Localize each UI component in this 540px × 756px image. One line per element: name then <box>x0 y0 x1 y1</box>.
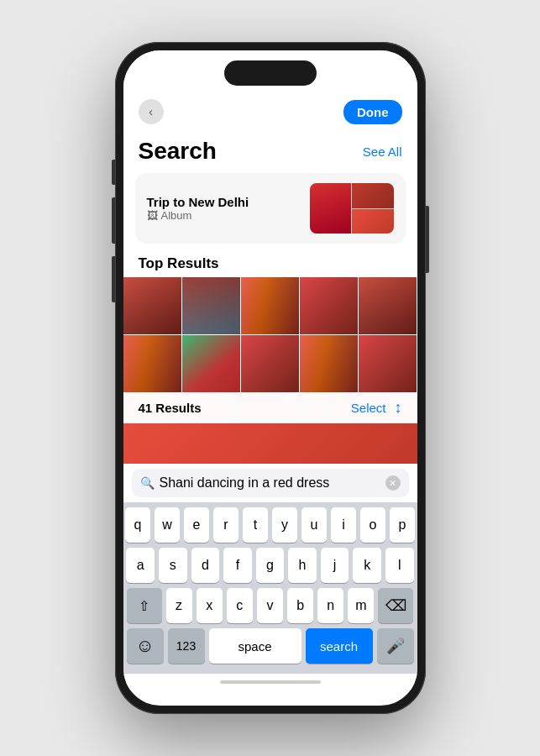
key-r[interactable]: r <box>213 507 239 543</box>
album-type: 🖼 Album <box>147 209 249 222</box>
thumb-2 <box>352 183 394 208</box>
keyboard-bottom-row: ☺ 123 space search 🎤 <box>127 628 414 664</box>
home-indicator <box>123 674 417 690</box>
photo-3[interactable] <box>241 277 299 334</box>
keyboard-row-2: a s d f g h j k l <box>127 548 414 583</box>
key-p[interactable]: p <box>390 507 415 543</box>
key-m[interactable]: m <box>348 588 374 623</box>
back-button[interactable]: ‹ <box>139 99 164 124</box>
emoji-key[interactable]: ☺ <box>127 628 164 664</box>
phone-frame: ‹ Done Search See All Trip to New Delhi … <box>115 42 426 714</box>
key-x[interactable]: x <box>197 588 223 623</box>
see-all-button[interactable]: See All <box>363 144 402 159</box>
space-key[interactable]: space <box>209 628 301 664</box>
numbers-key[interactable]: 123 <box>168 628 205 664</box>
delete-key[interactable]: ⌫ <box>378 588 413 623</box>
back-icon: ‹ <box>149 105 153 118</box>
partial-photo-row <box>123 423 417 464</box>
photo-7[interactable] <box>182 335 240 392</box>
key-j[interactable]: j <box>321 548 349 583</box>
search-icon: 🔍 <box>140 476 155 490</box>
keyboard: q w e r t y u i o p a s d f g h j k <box>123 502 417 674</box>
photo-5[interactable] <box>359 277 417 334</box>
album-icon: 🖼 <box>147 209 158 222</box>
page-title: Search <box>139 138 217 165</box>
photo-grid <box>123 277 417 392</box>
key-u[interactable]: u <box>301 507 327 543</box>
album-info: Trip to New Delhi 🖼 Album <box>147 195 249 222</box>
photo-8[interactable] <box>241 335 299 392</box>
key-i[interactable]: i <box>331 507 356 543</box>
results-bar: 41 Results Select ↕ <box>123 392 417 423</box>
key-o[interactable]: o <box>360 507 385 543</box>
key-v[interactable]: v <box>257 588 283 623</box>
key-l[interactable]: l <box>385 548 414 583</box>
search-input[interactable] <box>160 475 380 491</box>
power-button[interactable] <box>426 206 429 273</box>
thumb-3 <box>352 209 394 234</box>
album-card[interactable]: Trip to New Delhi 🖼 Album <box>135 173 406 244</box>
key-g[interactable]: g <box>256 548 285 583</box>
key-f[interactable]: f <box>223 548 252 583</box>
sort-icon[interactable]: ↕ <box>395 399 402 417</box>
dynamic-island <box>224 60 317 86</box>
mic-key[interactable]: 🎤 <box>377 628 414 664</box>
key-d[interactable]: d <box>191 548 220 583</box>
key-h[interactable]: h <box>288 548 317 583</box>
home-bar <box>220 680 321 684</box>
key-k[interactable]: k <box>353 548 381 583</box>
photo-9[interactable] <box>300 335 358 392</box>
clear-button[interactable]: ✕ <box>385 475 401 491</box>
key-w[interactable]: w <box>155 507 180 543</box>
key-t[interactable]: t <box>243 507 268 543</box>
phone-screen: ‹ Done Search See All Trip to New Delhi … <box>123 50 417 706</box>
album-thumbnail <box>310 183 394 234</box>
volume-down-button[interactable] <box>112 256 115 302</box>
key-s[interactable]: s <box>159 548 187 583</box>
keyboard-row-1: q w e r t y u i o p <box>127 507 414 543</box>
photo-4[interactable] <box>300 277 358 334</box>
done-button[interactable]: Done <box>343 100 402 124</box>
results-count: 41 Results <box>139 401 202 415</box>
mute-button[interactable] <box>112 160 115 185</box>
search-header: Search See All <box>123 131 417 170</box>
key-y[interactable]: y <box>272 507 297 543</box>
search-key[interactable]: search <box>306 628 373 664</box>
top-results-label: Top Results <box>123 252 417 277</box>
photo-10[interactable] <box>359 335 417 392</box>
album-name: Trip to New Delhi <box>147 195 249 209</box>
search-bar[interactable]: 🔍 ✕ <box>132 469 409 497</box>
select-button[interactable]: Select <box>351 401 386 415</box>
volume-up-button[interactable] <box>112 197 115 244</box>
photo-2[interactable] <box>182 277 240 334</box>
keyboard-row-3: ⇧ z x c v b n m ⌫ <box>127 588 414 623</box>
photo-6[interactable] <box>123 335 181 392</box>
key-q[interactable]: q <box>125 507 150 543</box>
key-e[interactable]: e <box>184 507 209 543</box>
results-actions: Select ↕ <box>351 399 402 417</box>
key-z[interactable]: z <box>166 588 192 623</box>
key-b[interactable]: b <box>287 588 313 623</box>
thumb-1 <box>310 183 352 234</box>
key-a[interactable]: a <box>126 548 155 583</box>
shift-key[interactable]: ⇧ <box>127 588 162 623</box>
key-n[interactable]: n <box>317 588 343 623</box>
key-c[interactable]: c <box>227 588 253 623</box>
photo-1[interactable] <box>123 277 181 334</box>
